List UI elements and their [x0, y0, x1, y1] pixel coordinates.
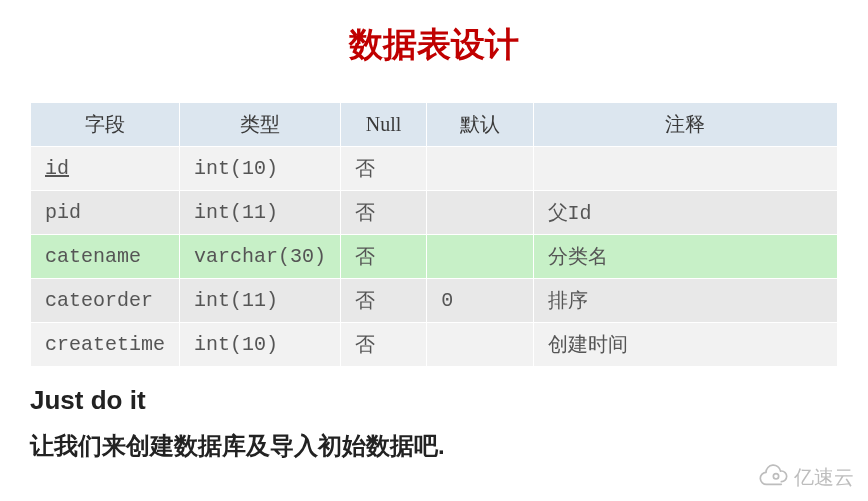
table-row: cateorderint(11)否0排序 [31, 279, 838, 323]
cell-field: cateorder [31, 279, 180, 323]
th-type: 类型 [180, 103, 341, 147]
svg-point-0 [773, 474, 778, 479]
th-default: 默认 [427, 103, 533, 147]
subtitle: Just do it [0, 367, 868, 424]
cell-comment: 创建时间 [533, 323, 837, 367]
cell-field: createtime [31, 323, 180, 367]
table-row: createtimeint(10)否创建时间 [31, 323, 838, 367]
cell-type: int(10) [180, 323, 341, 367]
cell-field: catename [31, 235, 180, 279]
cell-default [427, 147, 533, 191]
cell-default [427, 191, 533, 235]
cell-default [427, 235, 533, 279]
cell-null: 否 [341, 191, 427, 235]
cell-comment [533, 147, 837, 191]
cell-comment: 排序 [533, 279, 837, 323]
th-comment: 注释 [533, 103, 837, 147]
table-container: 字段 类型 Null 默认 注释 idint(10)否pidint(11)否父I… [0, 102, 868, 367]
cell-null: 否 [341, 279, 427, 323]
cell-field: id [31, 147, 180, 191]
watermark-text: 亿速云 [794, 464, 854, 491]
cell-type: int(10) [180, 147, 341, 191]
cell-type: int(11) [180, 279, 341, 323]
cell-null: 否 [341, 323, 427, 367]
cell-type: varchar(30) [180, 235, 341, 279]
th-field: 字段 [31, 103, 180, 147]
cell-default: 0 [427, 279, 533, 323]
table-row: pidint(11)否父Id [31, 191, 838, 235]
cell-null: 否 [341, 235, 427, 279]
table-header-row: 字段 类型 Null 默认 注释 [31, 103, 838, 147]
cell-default [427, 323, 533, 367]
cell-type: int(11) [180, 191, 341, 235]
body-text: 让我们来创建数据库及导入初始数据吧. [0, 424, 868, 462]
cell-null: 否 [341, 147, 427, 191]
table-row: catenamevarchar(30)否分类名 [31, 235, 838, 279]
th-null: Null [341, 103, 427, 147]
page-title: 数据表设计 [0, 0, 868, 102]
cloud-icon [756, 464, 788, 491]
schema-table: 字段 类型 Null 默认 注释 idint(10)否pidint(11)否父I… [30, 102, 838, 367]
cell-comment: 分类名 [533, 235, 837, 279]
cell-field: pid [31, 191, 180, 235]
table-body: idint(10)否pidint(11)否父Idcatenamevarchar(… [31, 147, 838, 367]
watermark: 亿速云 [756, 464, 854, 491]
table-row: idint(10)否 [31, 147, 838, 191]
cell-comment: 父Id [533, 191, 837, 235]
